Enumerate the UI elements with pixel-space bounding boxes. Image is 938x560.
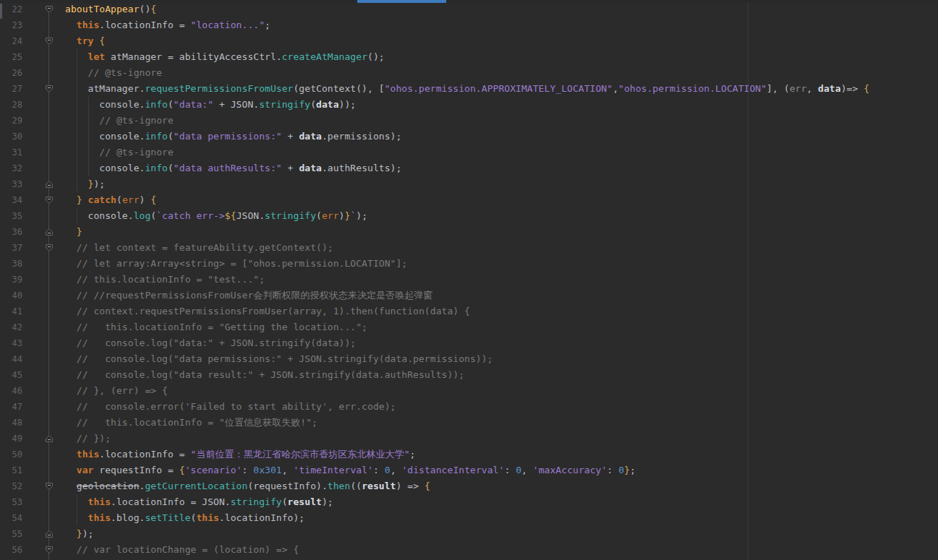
code-line[interactable]: 23 this.locationInfo = "location..."; — [0, 17, 938, 33]
code-line[interactable]: 30 console.info("data permissions:" + da… — [0, 129, 938, 145]
code-line[interactable]: 46 // }, (err) => { — [0, 383, 938, 399]
fold-down-icon[interactable] — [45, 196, 54, 204]
line-number[interactable]: 45 — [0, 367, 22, 383]
code-line[interactable]: 42 // this.locationInfo = "Getting the l… — [0, 319, 938, 335]
token-pl — [65, 242, 77, 253]
line-number[interactable]: 30 — [0, 129, 22, 145]
line-number[interactable]: 42 — [0, 319, 22, 335]
code-line[interactable]: 22aboutToAppear(){ — [0, 1, 938, 17]
line-number[interactable]: 33 — [0, 176, 22, 192]
code-line[interactable]: 36 } — [0, 224, 938, 240]
line-number[interactable]: 22 — [0, 1, 22, 17]
line-number[interactable]: 49 — [0, 431, 22, 447]
code-line[interactable]: 38 // let array:Array<string> = ["ohos.p… — [0, 256, 938, 272]
line-number[interactable]: 27 — [0, 81, 22, 97]
fold-up-icon[interactable] — [45, 228, 54, 236]
code-line[interactable]: 27 atManager.requestPermissionsFromUser(… — [0, 81, 938, 97]
code-line[interactable]: 43 // console.log("data:" + JSON.stringi… — [0, 335, 938, 351]
line-number[interactable]: 53 — [0, 494, 22, 510]
code-line[interactable]: 31 // @ts-ignore — [0, 145, 938, 160]
line-number[interactable]: 40 — [0, 288, 22, 303]
code-line[interactable]: 29 // @ts-ignore — [0, 113, 938, 129]
token-pl: ; — [265, 20, 270, 30]
code-editor[interactable]: 22aboutToAppear(){23 this.locationInfo =… — [0, 0, 938, 560]
code-line[interactable]: 45 // console.log("data result:" + JSON.… — [0, 367, 938, 383]
fold-up-icon[interactable] — [45, 530, 54, 538]
line-number[interactable]: 39 — [0, 272, 22, 288]
line-number[interactable]: 51 — [0, 462, 22, 478]
fold-down-icon[interactable] — [45, 244, 54, 252]
code-line[interactable]: 51 var requestInfo = {'scenario': 0x301,… — [0, 462, 938, 478]
line-number[interactable]: 32 — [0, 160, 22, 176]
line-number[interactable]: 52 — [0, 478, 22, 494]
code-line[interactable]: 47 // console.error('Failed to start abi… — [0, 399, 938, 415]
line-number[interactable]: 36 — [0, 224, 22, 240]
code-line[interactable]: 37 // let context = featureAbility.getCo… — [0, 240, 938, 256]
line-number[interactable]: 48 — [0, 415, 22, 431]
code-line[interactable]: 53 this.locationInfo = JSON.stringify(re… — [0, 494, 938, 510]
token-pl: ( — [168, 163, 174, 173]
line-number[interactable]: 26 — [0, 65, 22, 81]
token-pl: .blog. — [111, 512, 145, 523]
line-number[interactable]: 55 — [0, 526, 22, 542]
line-number[interactable]: 41 — [0, 303, 22, 319]
fold-down-icon[interactable] — [45, 546, 54, 554]
token-pl — [65, 544, 77, 555]
line-number[interactable]: 38 — [0, 256, 22, 272]
code-line[interactable]: 33 }); — [0, 176, 938, 192]
code-line[interactable]: 24 try { — [0, 33, 938, 49]
code-line[interactable]: 52 geolocation.getCurrentLocation(reques… — [0, 478, 938, 494]
fold-down-icon[interactable] — [45, 37, 54, 46]
token-str: "data:" — [174, 99, 213, 110]
code-line[interactable]: 40 // //requestPermissionsFromUser会判断权限的… — [0, 288, 938, 303]
code-line[interactable]: 41 // context.requestPermissionsFromUser… — [0, 303, 938, 319]
token-kw: this — [196, 512, 219, 523]
code-line[interactable]: 50 this.locationInfo = "当前位置：黑龙江省哈尔滨市香坊区… — [0, 447, 938, 462]
line-number[interactable]: 23 — [0, 17, 22, 33]
token-pl: ) => — [396, 481, 424, 491]
code-text: // }, (err) => { — [65, 383, 168, 399]
line-number[interactable]: 25 — [0, 49, 22, 65]
fold-up-icon[interactable] — [45, 434, 54, 443]
line-number[interactable]: 34 — [0, 192, 22, 208]
code-line[interactable]: 35 console.log(`catch err->${JSON.string… — [0, 208, 938, 224]
code-line[interactable]: 48 // this.locationInfo = "位置信息获取失败!"; — [0, 415, 938, 431]
code-line[interactable]: 54 this.blog.setTitle(this.locationInfo)… — [0, 510, 938, 526]
line-number[interactable]: 56 — [0, 542, 22, 558]
fold-up-icon[interactable] — [45, 180, 54, 189]
token-pl: .authResults); — [322, 163, 401, 173]
line-number[interactable]: 28 — [0, 97, 22, 113]
code-text: // console.error('Failed to start abilit… — [65, 399, 396, 415]
code-text: // this.locationInfo = "位置信息获取失败!"; — [65, 415, 317, 431]
code-text: let atManager = abilityAccessCtrl.create… — [65, 49, 385, 65]
token-pl: ); — [93, 178, 105, 189]
line-number[interactable]: 44 — [0, 351, 22, 367]
line-number[interactable]: 47 — [0, 399, 22, 415]
line-number[interactable]: 37 — [0, 240, 22, 256]
line-number[interactable]: 35 — [0, 208, 22, 224]
fold-down-icon[interactable] — [45, 5, 54, 14]
code-line[interactable]: 49 // }); — [0, 431, 938, 447]
line-number[interactable]: 50 — [0, 447, 22, 462]
code-line[interactable]: 26 // @ts-ignore — [0, 65, 938, 81]
code-line[interactable]: 44 // console.log("data permissions:" + … — [0, 351, 938, 367]
line-number[interactable]: 54 — [0, 510, 22, 526]
token-kw: try — [77, 35, 94, 46]
code-line[interactable]: 55 }); — [0, 526, 938, 542]
token-pl — [65, 449, 77, 460]
line-number[interactable]: 29 — [0, 113, 22, 129]
code-line[interactable]: 28 console.info("data:" + JSON.stringify… — [0, 97, 938, 113]
code-line[interactable]: 34 } catch(err) { — [0, 192, 938, 208]
line-number[interactable]: 24 — [0, 33, 22, 49]
line-number[interactable]: 31 — [0, 145, 22, 160]
code-line[interactable]: 56 // var locationChange = (location) =>… — [0, 542, 938, 558]
line-number[interactable]: 43 — [0, 335, 22, 351]
fold-down-icon[interactable] — [45, 482, 54, 491]
code-line[interactable]: 39 // this.locationInfo = "test..."; — [0, 272, 938, 288]
code-line[interactable]: 32 console.info("data authResults:" + da… — [0, 160, 938, 176]
token-num: 0 — [385, 465, 391, 475]
fold-down-icon[interactable] — [45, 85, 54, 93]
line-number[interactable]: 46 — [0, 383, 22, 399]
token-brace: ${ — [225, 210, 236, 221]
code-line[interactable]: 25 let atManager = abilityAccessCtrl.cre… — [0, 49, 938, 65]
